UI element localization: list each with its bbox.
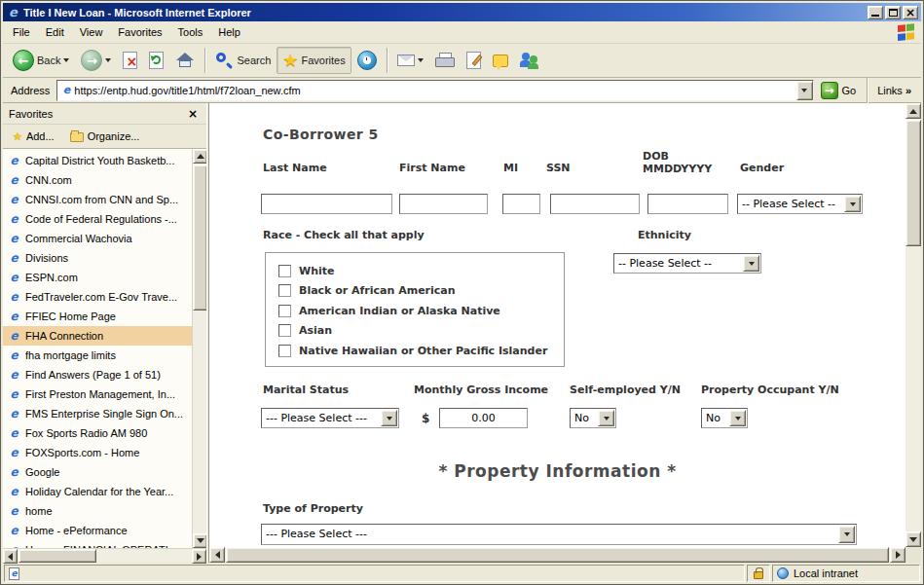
back-button[interactable]: ← Back (7, 47, 75, 74)
mail-button[interactable] (391, 47, 429, 74)
back-dropdown-icon[interactable] (63, 58, 69, 62)
refresh-icon (149, 52, 164, 69)
page-vertical-scrollbar[interactable] (906, 103, 921, 547)
dropdown-arrow-button[interactable] (844, 196, 861, 212)
links-toolbar[interactable]: Links » (871, 85, 917, 96)
gender-select[interactable]: -- Please Select -- (737, 194, 863, 214)
history-button[interactable] (351, 47, 383, 74)
home-button[interactable] (169, 47, 201, 74)
ssn-input[interactable] (550, 194, 640, 214)
mi-input[interactable] (502, 194, 540, 214)
favorite-item[interactable]: ehome (3, 501, 192, 521)
monthly-income-input[interactable] (439, 408, 528, 428)
scroll-down-button[interactable] (906, 531, 921, 547)
marital-status-select[interactable]: --- Please Select --- (261, 408, 399, 428)
discuss-button[interactable] (487, 47, 514, 74)
maximize-button[interactable] (885, 6, 901, 19)
favorite-item[interactable]: eHoliday Calendar for the Year... (3, 482, 192, 501)
favorite-item[interactable]: eESPN.com (3, 268, 192, 287)
dropdown-arrow-button[interactable] (381, 410, 397, 426)
dob-input[interactable] (647, 194, 728, 214)
favorite-item[interactable]: eDivisions (3, 248, 192, 268)
menu-tools[interactable]: Tools (170, 23, 211, 41)
menu-file[interactable]: File (5, 23, 38, 41)
favorite-item[interactable]: eFind Answers (Page 1 of 51) (3, 365, 192, 384)
favorite-item[interactable]: eCNN.com (3, 170, 192, 190)
forward-dropdown-icon[interactable] (105, 58, 111, 62)
mail-dropdown-icon[interactable] (418, 58, 424, 62)
close-button[interactable]: × (903, 6, 918, 19)
favorite-item[interactable]: efha mortgage limits (3, 346, 192, 365)
print-button[interactable] (429, 47, 461, 74)
favorite-item[interactable]: eHome - ePeformance (3, 521, 192, 540)
address-input[interactable] (72, 82, 795, 99)
self-employed-select[interactable]: No (570, 408, 616, 428)
favorite-item[interactable]: eGoogle (3, 462, 192, 482)
stop-button[interactable]: × (117, 47, 143, 74)
status-message-cell: e (4, 565, 745, 582)
address-dropdown-button[interactable] (796, 81, 813, 100)
dropdown-arrow-button[interactable] (598, 410, 614, 426)
favorites-button[interactable]: ★ Favorites (277, 47, 351, 74)
messenger-button[interactable] (514, 47, 545, 74)
search-button[interactable]: Search (209, 47, 277, 74)
favorite-item[interactable]: eCapital District Youth Basketb... (3, 151, 192, 170)
scroll-up-button[interactable] (906, 103, 921, 119)
last-name-input[interactable] (261, 194, 392, 214)
scroll-left-button[interactable] (3, 549, 18, 564)
favorite-item[interactable]: eCNNSI.com from CNN and Sp... (3, 190, 192, 209)
window-title: Title I New Loan - Microsoft Internet Ex… (23, 7, 866, 18)
menu-edit[interactable]: Edit (38, 23, 72, 41)
favorite-item[interactable]: eFirst Preston Management, In... (3, 384, 192, 404)
favorite-item[interactable]: eCommercial Wachovia (3, 229, 192, 248)
race-checkbox-american-indian[interactable] (278, 305, 291, 317)
scroll-left-button[interactable] (209, 547, 225, 563)
favorite-item[interactable]: eFox Sports Radio AM 980 (3, 423, 192, 443)
back-label: Back (37, 55, 60, 66)
favorite-item[interactable]: eFMS Enterprise Single Sign On... (3, 404, 192, 423)
menu-favorites[interactable]: Favorites (110, 23, 169, 41)
race-checkbox-asian[interactable] (278, 324, 291, 337)
favorite-item[interactable]: eCode of Federal Regulations -... (3, 209, 192, 229)
dropdown-arrow-button[interactable] (729, 410, 746, 426)
favorite-item[interactable]: eHome - FINANCIAL OPERATI... (3, 540, 192, 548)
scroll-up-button[interactable] (193, 149, 206, 164)
refresh-button[interactable] (143, 47, 169, 74)
dropdown-arrow-button[interactable] (743, 255, 759, 272)
scroll-down-button[interactable] (193, 533, 206, 548)
menu-help[interactable]: Help (210, 23, 248, 41)
gender-select-value: -- Please Select -- (738, 195, 862, 213)
property-occupant-select[interactable]: No (701, 408, 748, 428)
race-checkbox-white[interactable] (278, 265, 291, 277)
dropdown-arrow-button[interactable] (838, 526, 855, 543)
scrollbar-thumb[interactable] (906, 120, 921, 246)
scrollbar-thumb[interactable] (226, 547, 889, 563)
favorites-horizontal-scrollbar[interactable] (3, 548, 206, 563)
race-checkbox-black[interactable] (278, 284, 291, 297)
minimize-button[interactable] (868, 6, 883, 19)
scroll-right-button[interactable] (192, 549, 206, 564)
organize-favorites-button[interactable]: Organize... (63, 128, 147, 145)
add-favorite-button[interactable]: ★ Add... (6, 128, 61, 146)
ethnicity-label: Ethnicity (638, 229, 691, 241)
go-button[interactable]: → Go (814, 79, 864, 102)
scrollbar-thumb[interactable] (18, 549, 96, 563)
favorite-item-selected[interactable]: eFHA Connection (3, 326, 192, 346)
favorite-item[interactable]: eFedTraveler.com E-Gov Trave... (3, 287, 192, 307)
favorites-close-button[interactable]: × (185, 107, 201, 121)
edit-button[interactable] (461, 47, 487, 74)
first-name-input[interactable] (399, 194, 488, 214)
scroll-right-button[interactable] (890, 547, 906, 563)
scrollbar-thumb[interactable] (193, 165, 206, 311)
favorite-item-label: FedTraveler.com E-Gov Trave... (25, 291, 177, 303)
favorites-vertical-scrollbar[interactable] (192, 149, 206, 548)
property-type-select[interactable]: --- Please Select --- (261, 524, 857, 545)
forward-button[interactable]: → (75, 47, 117, 74)
menu-view[interactable]: View (72, 23, 111, 41)
ethnicity-select[interactable]: -- Please Select -- (613, 253, 761, 274)
address-bar: Address e → Go Links » (3, 78, 921, 103)
favorite-item[interactable]: eFFIEC Home Page (3, 307, 192, 326)
race-checkbox-native-hawaiian[interactable] (278, 345, 291, 357)
favorite-item[interactable]: eFOXSports.com - Home (3, 443, 192, 462)
page-horizontal-scrollbar[interactable] (209, 547, 906, 563)
